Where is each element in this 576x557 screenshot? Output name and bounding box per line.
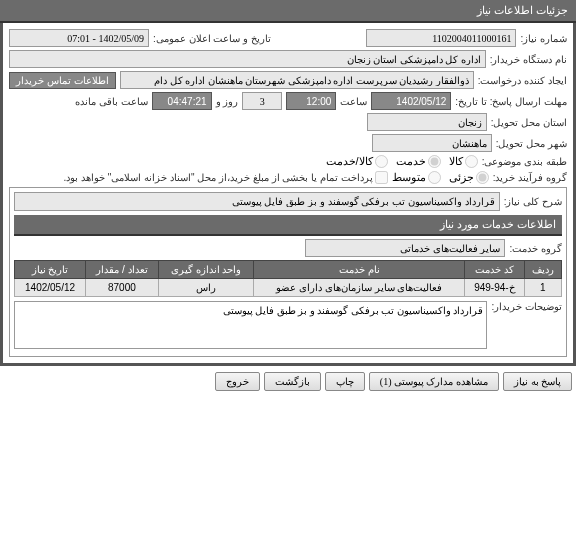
th-name: نام خدمت: [254, 261, 465, 279]
th-code: کد خدمت: [465, 261, 525, 279]
subject-radio-group: کالا خدمت کالا/خدمت: [326, 155, 478, 168]
payment-note-check[interactable]: پرداخت تمام یا بخشی از مبلغ خرید،از محل …: [63, 171, 387, 184]
panel-title: جزئیات اطلاعات نیاز: [0, 0, 576, 23]
buyer-note-textarea[interactable]: [14, 301, 487, 349]
table-row[interactable]: 1 خ-94-949 فعالیت‌های سایر سازمان‌های دا…: [15, 279, 562, 297]
td-date: 1402/05/12: [15, 279, 86, 297]
group-label: گروه خدمت:: [509, 243, 562, 254]
remain-label: ساعت باقی مانده: [75, 96, 148, 107]
th-qty: تعداد / مقدار: [86, 261, 159, 279]
radio-partial[interactable]: جزئی: [449, 171, 489, 184]
buyer-label: نام دستگاه خریدار:: [490, 54, 567, 65]
attachments-button[interactable]: مشاهده مدارک پیوستی (1): [369, 372, 499, 391]
td-qty: 87000: [86, 279, 159, 297]
radio-both[interactable]: کالا/خدمت: [326, 155, 388, 168]
radio-medium-label: متوسط: [392, 171, 426, 184]
deadline-time-input[interactable]: [286, 92, 336, 110]
radio-goods-label: کالا: [449, 155, 463, 168]
group-input[interactable]: [305, 239, 505, 257]
th-date: تاریخ نیاز: [15, 261, 86, 279]
process-label: گروه فرآیند خرید:: [493, 172, 567, 183]
payment-note-text: پرداخت تمام یا بخشی از مبلغ خرید،از محل …: [63, 172, 372, 183]
print-button[interactable]: چاپ: [325, 372, 365, 391]
td-code: خ-94-949: [465, 279, 525, 297]
radio-goods[interactable]: کالا: [449, 155, 478, 168]
deadline-date-input[interactable]: [371, 92, 451, 110]
radio-medium[interactable]: متوسط: [392, 171, 441, 184]
contact-buyer-button[interactable]: اطلاعات تماس خریدار: [9, 72, 116, 89]
days-label: روز و: [216, 96, 239, 107]
reply-button[interactable]: پاسخ به نیاز: [503, 372, 572, 391]
td-row: 1: [524, 279, 561, 297]
creator-input[interactable]: [120, 71, 474, 89]
radio-service-label: خدمت: [396, 155, 426, 168]
time-label-1: ساعت: [340, 96, 367, 107]
services-table: ردیف کد خدمت نام خدمت واحد اندازه گیری ت…: [14, 260, 562, 297]
desc-label: شرح کلی نیاز:: [504, 196, 562, 207]
radio-service[interactable]: خدمت: [396, 155, 441, 168]
countdown-input: [152, 92, 212, 110]
form-body: شماره نیاز: تاریخ و ساعت اعلان عمومی: نا…: [0, 23, 576, 366]
radio-partial-label: جزئی: [449, 171, 474, 184]
subject-label: طبقه بندی موضوعی:: [482, 156, 567, 167]
radio-both-label: کالا/خدمت: [326, 155, 373, 168]
th-unit: واحد اندازه گیری: [158, 261, 254, 279]
th-row: ردیف: [524, 261, 561, 279]
td-name: فعالیت‌های سایر سازمان‌های دارای عضو: [254, 279, 465, 297]
exit-button[interactable]: خروج: [215, 372, 260, 391]
deadline-label: مهلت ارسال پاسخ: تا تاریخ:: [455, 96, 567, 107]
city-input[interactable]: [372, 134, 492, 152]
desc-input[interactable]: [14, 192, 500, 211]
table-header-row: ردیف کد خدمت نام خدمت واحد اندازه گیری ت…: [15, 261, 562, 279]
buyer-input[interactable]: [9, 50, 486, 68]
province-label: استان محل تحویل:: [491, 117, 567, 128]
days-input[interactable]: [242, 92, 282, 110]
process-radio-group: جزئی متوسط: [392, 171, 489, 184]
services-header: اطلاعات خدمات مورد نیاز: [14, 215, 562, 236]
need-no-input[interactable]: [366, 29, 516, 47]
footer-buttons: پاسخ به نیاز مشاهده مدارک پیوستی (1) چاپ…: [0, 366, 576, 397]
td-unit: راس: [158, 279, 254, 297]
back-button[interactable]: بازگشت: [264, 372, 321, 391]
buyer-note-label: توضیحات خریدار:: [491, 301, 562, 312]
need-no-label: شماره نیاز:: [520, 33, 567, 44]
announce-input[interactable]: [9, 29, 149, 47]
province-input[interactable]: [367, 113, 487, 131]
announce-label: تاریخ و ساعت اعلان عمومی:: [153, 33, 271, 44]
creator-label: ایجاد کننده درخواست:: [478, 75, 567, 86]
city-label: شهر محل تحویل:: [496, 138, 567, 149]
